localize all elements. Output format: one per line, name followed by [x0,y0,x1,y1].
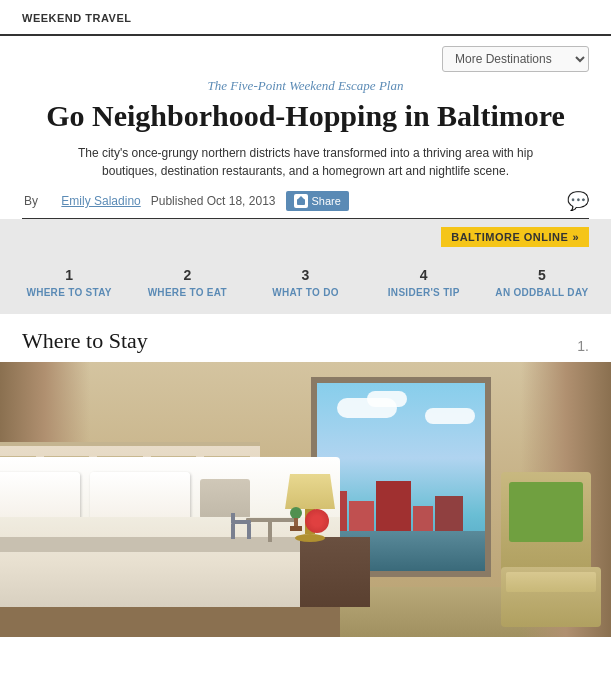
flowers [305,509,335,539]
tab-number-1: 1 [65,267,73,283]
tab-where-to-stay[interactable]: 1 WHERE TO STAY [10,267,128,298]
destinations-select[interactable]: More DestinationsNew YorkLos AngelesChic… [442,46,589,72]
svg-point-8 [290,507,302,519]
byline-row: By Emily Saladino Published Oct 18, 2013… [22,190,589,212]
cloud-3 [425,408,475,424]
tab-insiders-tip[interactable]: 4 INSIDER'S TIP [365,267,483,298]
nav-tabs: 1 WHERE TO STAY 2 WHERE TO EAT 3 WHAT TO… [0,255,611,314]
svg-marker-1 [298,196,304,199]
share-label: Share [312,195,341,207]
byline-by: By [24,194,38,208]
chair-back [501,472,591,572]
cloud-2 [367,391,407,407]
pillow-1 [0,472,80,522]
article-subtitle: The Five-Point Weekend Escape Plan [22,78,589,94]
ottoman [501,567,601,627]
section-label: WEEKEND TRAVEL [22,12,131,24]
baltimore-badge-text: BALTIMORE ONLINE [451,231,568,243]
chevron-right-icon: » [572,231,579,243]
destinations-dropdown-container[interactable]: More DestinationsNew YorkLos AngelesChic… [442,46,589,72]
tab-number-5: 5 [538,267,546,283]
city-buildings [317,471,485,531]
article-title: Go Neighborhood-Hopping in Baltimore [22,98,589,134]
tab-label-4: INSIDER'S TIP [388,287,460,298]
tab-where-to-eat[interactable]: 2 WHERE TO EAT [128,267,246,298]
svg-rect-6 [247,524,251,539]
share-button[interactable]: Share [286,191,349,211]
comment-icon: 💬 [567,190,589,212]
tab-an-oddball-day[interactable]: 5 AN ODDBALL DAY [483,267,601,298]
hotel-room-illustration [0,362,611,637]
tab-number-3: 3 [302,267,310,283]
baltimore-badge[interactable]: BALTIMORE ONLINE » [441,227,589,247]
svg-rect-0 [297,199,305,205]
share-icon [294,194,308,208]
chair-cushion [509,482,583,542]
section-heading-area: Where to Stay 1. [0,314,611,362]
tab-what-to-do[interactable]: 3 WHAT TO DO [246,267,364,298]
bed-base [0,607,340,637]
svg-rect-10 [290,526,302,531]
article-description: The city's once-grungy northern district… [56,144,556,180]
baltimore-bar: BALTIMORE ONLINE » [0,219,611,255]
tab-number-4: 4 [420,267,428,283]
tab-label-2: WHERE TO EAT [148,287,227,298]
svg-rect-7 [231,513,235,523]
hotel-image [0,362,611,637]
tab-label-5: AN ODDBALL DAY [495,287,588,298]
dropdown-wrapper: More DestinationsNew YorkLos AngelesChic… [22,46,589,72]
author-link[interactable]: Emily Saladino [61,194,140,208]
published-date: Published Oct 18, 2013 [151,194,276,208]
top-nav: WEEKEND TRAVEL [0,0,611,36]
ottoman-cushion [506,572,596,592]
svg-rect-2 [246,518,296,522]
section-heading: Where to Stay [22,328,148,354]
tab-label-3: WHAT TO DO [272,287,339,298]
nightstand-right [300,537,370,607]
header-area: More DestinationsNew YorkLos AngelesChic… [0,36,611,212]
flower-decoration [305,509,329,533]
tab-label-1: WHERE TO STAY [26,287,111,298]
tab-number-2: 2 [183,267,191,283]
svg-rect-3 [268,522,272,542]
section-number: 1. [577,338,589,354]
balcony-furniture-svg [226,498,306,578]
pillow-2 [90,472,190,522]
svg-rect-5 [231,524,235,539]
balcony-area [226,498,306,582]
chair-area [481,437,611,637]
